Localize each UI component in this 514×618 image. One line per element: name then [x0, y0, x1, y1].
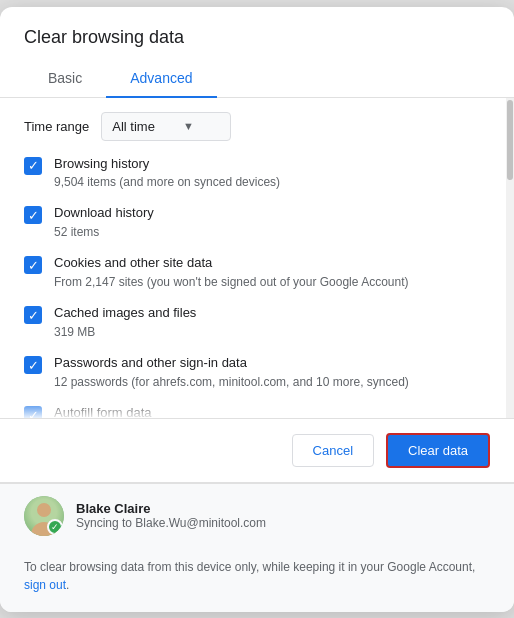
checkbox-passwords[interactable]: ✓: [24, 356, 42, 374]
scrollbar-thumb[interactable]: [507, 100, 513, 180]
tab-basic[interactable]: Basic: [24, 60, 106, 98]
footer-text-after: .: [66, 578, 69, 592]
sign-out-link[interactable]: sign out: [24, 578, 66, 592]
time-range-dropdown[interactable]: All time ▼: [101, 112, 231, 141]
checkbox-desc: 52 items: [54, 224, 482, 241]
checkbox-autofill[interactable]: ✓: [24, 406, 42, 417]
list-item: ✓ Passwords and other sign-in data 12 pa…: [24, 354, 482, 390]
profile-name: Blake Claire: [76, 501, 266, 516]
checkbox-desc: 12 passwords (for ahrefs.com, minitool.c…: [54, 374, 482, 391]
content-area: Time range All time ▼ ✓ Browsing history…: [0, 98, 514, 418]
profile-info: Blake Claire Syncing to Blake.Wu@minitoo…: [76, 501, 266, 530]
list-item: ✓ Cached images and files 319 MB: [24, 304, 482, 340]
cancel-button[interactable]: Cancel: [292, 434, 374, 467]
checkbox-label: Browsing history: [54, 155, 482, 173]
dialog-title: Clear browsing data: [0, 7, 514, 60]
tab-advanced[interactable]: Advanced: [106, 60, 216, 98]
checkbox-label: Autofill form data: [54, 404, 482, 417]
list-item: ✓ Download history 52 items: [24, 204, 482, 240]
time-range-value: All time: [112, 119, 155, 134]
list-item: ✓ Cookies and other site data From 2,147…: [24, 254, 482, 290]
checkbox-desc: From 2,147 sites (you won't be signed ou…: [54, 274, 482, 291]
sync-badge: ✓: [47, 519, 63, 535]
dropdown-arrow-icon: ▼: [183, 120, 194, 132]
profile-sync-text: Syncing to Blake.Wu@minitool.com: [76, 516, 266, 530]
checkbox-cookies[interactable]: ✓: [24, 256, 42, 274]
list-item: ✓ Autofill form data: [24, 404, 482, 417]
scrollbar[interactable]: [506, 98, 514, 418]
footer-text-before: To clear browsing data from this device …: [24, 560, 475, 574]
footer-text: To clear browsing data from this device …: [0, 548, 514, 612]
checkbox-label: Download history: [54, 204, 482, 222]
clear-data-button[interactable]: Clear data: [386, 433, 490, 468]
scrollable-content: Time range All time ▼ ✓ Browsing history…: [0, 98, 506, 418]
tab-bar: Basic Advanced: [0, 60, 514, 98]
time-range-row: Time range All time ▼: [24, 112, 482, 141]
avatar: ✓: [24, 496, 64, 536]
clear-browsing-data-dialog: Clear browsing data Basic Advanced Time …: [0, 7, 514, 612]
checkbox-desc: 319 MB: [54, 324, 482, 341]
list-item: ✓ Browsing history 9,504 items (and more…: [24, 155, 482, 191]
checkbox-label: Cookies and other site data: [54, 254, 482, 272]
checkbox-cached-images[interactable]: ✓: [24, 306, 42, 324]
checkbox-label: Cached images and files: [54, 304, 482, 322]
checkbox-desc: 9,504 items (and more on synced devices): [54, 174, 482, 191]
checkbox-browsing-history[interactable]: ✓: [24, 157, 42, 175]
button-row: Cancel Clear data: [0, 419, 514, 482]
profile-section: ✓ Blake Claire Syncing to Blake.Wu@minit…: [0, 483, 514, 548]
time-range-label: Time range: [24, 119, 89, 134]
checkbox-label: Passwords and other sign-in data: [54, 354, 482, 372]
checkbox-download-history[interactable]: ✓: [24, 206, 42, 224]
